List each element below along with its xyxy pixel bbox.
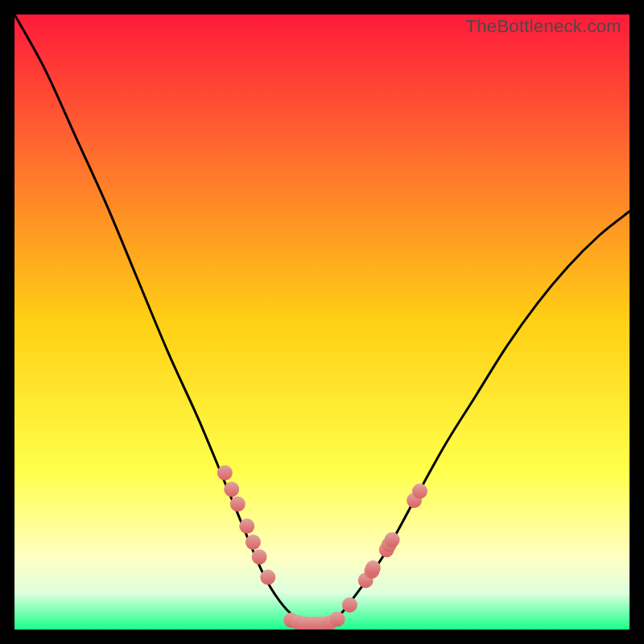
curve-marker: [246, 535, 261, 550]
bottleneck-curve: [14, 14, 630, 630]
watermark-text: TheBottleneck.com: [466, 16, 621, 37]
curve-marker: [230, 497, 246, 512]
curve-marker: [260, 570, 275, 585]
curve-marker: [217, 465, 233, 481]
plot-frame: TheBottleneck.com: [14, 14, 630, 630]
curve-marker: [342, 597, 357, 613]
curve-marker: [330, 612, 345, 627]
curve-markers: [217, 465, 427, 630]
curve-marker: [385, 532, 400, 547]
curve-marker: [224, 481, 239, 497]
curve-marker: [365, 560, 381, 576]
curve-marker: [412, 484, 427, 499]
curve-marker: [252, 549, 267, 564]
curve-marker: [239, 518, 254, 534]
